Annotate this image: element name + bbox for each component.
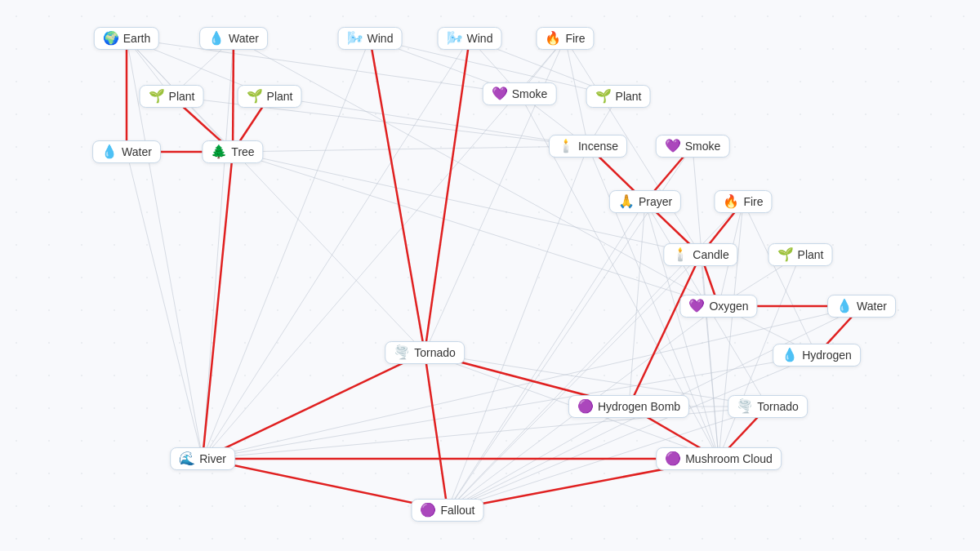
svg-line-6 [203, 38, 234, 459]
node-fallout[interactable]: 🟣Fallout [411, 499, 483, 522]
node-icon-fire1: 🔥 [545, 32, 561, 45]
node-water2[interactable]: 💧Water [92, 140, 161, 163]
node-label-water1: Water [229, 32, 259, 45]
node-label-incense: Incense [578, 140, 618, 153]
node-icon-tree: 🌲 [211, 145, 227, 158]
node-icon-water3: 💧 [836, 300, 853, 313]
svg-line-31 [203, 306, 862, 459]
node-plant4[interactable]: 🌱Plant [768, 243, 833, 266]
node-label-candle: Candle [693, 248, 728, 261]
node-label-water3: Water [857, 300, 887, 313]
svg-line-19 [127, 152, 203, 459]
node-label-fire1: Fire [565, 32, 585, 45]
node-label-plant4: Plant [798, 248, 824, 261]
node-icon-river: 🌊 [179, 452, 195, 465]
svg-line-40 [233, 146, 588, 152]
node-icon-smoke2: 💜 [665, 140, 681, 153]
node-incense[interactable]: 🕯️Incense [549, 135, 627, 158]
node-label-smoke1: Smoke [512, 87, 548, 100]
node-icon-hydrogen: 💧 [782, 349, 798, 362]
svg-line-32 [203, 355, 817, 459]
node-fire1[interactable]: 🔥Fire [536, 27, 594, 50]
node-label-hydrogen: Hydrogen [802, 349, 852, 362]
node-icon-tornado1: 🌪️ [394, 346, 410, 359]
svg-line-14 [565, 38, 588, 146]
svg-line-41 [701, 255, 719, 459]
node-hydrogen_bomb[interactable]: 🟣Hydrogen Bomb [568, 395, 689, 418]
node-label-water2: Water [122, 145, 152, 158]
node-water3[interactable]: 💧Water [827, 295, 896, 318]
node-icon-smoke1: 💜 [492, 87, 508, 100]
node-earth[interactable]: 🌍Earth [94, 27, 159, 50]
node-label-smoke2: Smoke [685, 140, 721, 153]
node-label-plant2: Plant [267, 90, 293, 103]
svg-line-73 [203, 353, 425, 459]
node-icon-wind2: 🌬️ [447, 32, 463, 45]
node-wind2[interactable]: 🌬️Wind [438, 27, 502, 50]
svg-line-7 [234, 38, 719, 306]
svg-line-30 [719, 202, 743, 459]
svg-line-70 [629, 255, 701, 407]
node-label-mushroom_cloud: Mushroom Cloud [685, 452, 773, 465]
node-label-oxygen: Oxygen [709, 300, 748, 313]
svg-line-64 [203, 152, 233, 459]
node-wind1[interactable]: 🌬️Wind [338, 27, 403, 50]
node-icon-tornado2: 🌪️ [737, 400, 753, 413]
svg-line-21 [645, 202, 719, 459]
svg-line-58 [233, 38, 234, 152]
node-tree[interactable]: 🌲Tree [202, 140, 263, 163]
svg-line-42 [448, 255, 701, 510]
node-icon-plant2: 🌱 [247, 90, 263, 103]
node-oxygen[interactable]: 💜Oxygen [679, 295, 757, 318]
svg-line-23 [448, 407, 629, 510]
node-icon-candle: 🕯️ [672, 248, 688, 261]
svg-line-44 [629, 202, 645, 407]
node-icon-fallout: 🟣 [420, 504, 436, 517]
node-label-river: River [199, 452, 226, 465]
node-icon-plant1: 🌱 [149, 90, 165, 103]
node-fire2[interactable]: 🔥Fire [714, 190, 772, 213]
node-icon-hydrogen_bomb: 🟣 [577, 400, 594, 413]
node-prayer[interactable]: 🙏Prayer [609, 190, 681, 213]
node-river[interactable]: 🌊River [170, 447, 235, 470]
node-icon-prayer: 🙏 [618, 195, 635, 208]
node-label-tree: Tree [231, 145, 254, 158]
node-label-plant1: Plant [169, 90, 195, 103]
node-icon-water1: 💧 [208, 32, 225, 45]
node-label-wind1: Wind [368, 32, 394, 45]
node-icon-water2: 💧 [101, 145, 118, 158]
node-plant2[interactable]: 🌱Plant [238, 85, 302, 108]
node-hydrogen[interactable]: 💧Hydrogen [773, 344, 861, 367]
svg-line-60 [425, 38, 470, 353]
node-plant3[interactable]: 🌱Plant [586, 85, 651, 108]
svg-line-59 [370, 38, 425, 353]
svg-line-46 [743, 202, 817, 355]
node-tornado2[interactable]: 🌪️Tornado [728, 395, 808, 418]
node-icon-plant4: 🌱 [777, 248, 794, 261]
node-label-plant3: Plant [616, 90, 642, 103]
node-label-tornado1: Tornado [414, 346, 456, 359]
node-icon-oxygen: 💜 [688, 300, 705, 313]
svg-line-55 [448, 146, 588, 510]
node-candle[interactable]: 🕯️Candle [663, 243, 737, 266]
svg-line-75 [425, 353, 448, 510]
node-label-fallout: Fallout [440, 504, 474, 517]
node-tornado1[interactable]: 🌪️Tornado [385, 341, 465, 364]
node-plant1[interactable]: 🌱Plant [140, 85, 204, 108]
node-label-prayer: Prayer [639, 195, 672, 208]
node-smoke2[interactable]: 💜Smoke [656, 135, 730, 158]
svg-line-52 [448, 355, 817, 510]
node-label-tornado2: Tornado [757, 400, 799, 413]
node-smoke1[interactable]: 💜Smoke [483, 82, 557, 105]
node-label-wind2: Wind [467, 32, 493, 45]
node-icon-mushroom_cloud: 🟣 [665, 452, 681, 465]
node-icon-plant3: 🌱 [595, 90, 612, 103]
node-mushroom_cloud[interactable]: 🟣Mushroom Cloud [656, 447, 782, 470]
svg-line-22 [448, 202, 645, 510]
node-label-hydrogen_bomb: Hydrogen Bomb [598, 400, 680, 413]
node-icon-fire2: 🔥 [723, 195, 739, 208]
node-label-earth: Earth [123, 32, 150, 45]
node-icon-incense: 🕯️ [558, 140, 574, 153]
node-water1[interactable]: 💧Water [199, 27, 268, 50]
graph-container: 🌍Earth💧Water🌬️Wind🌬️Wind🔥Fire🌱Plant🌱Plan… [0, 0, 980, 551]
